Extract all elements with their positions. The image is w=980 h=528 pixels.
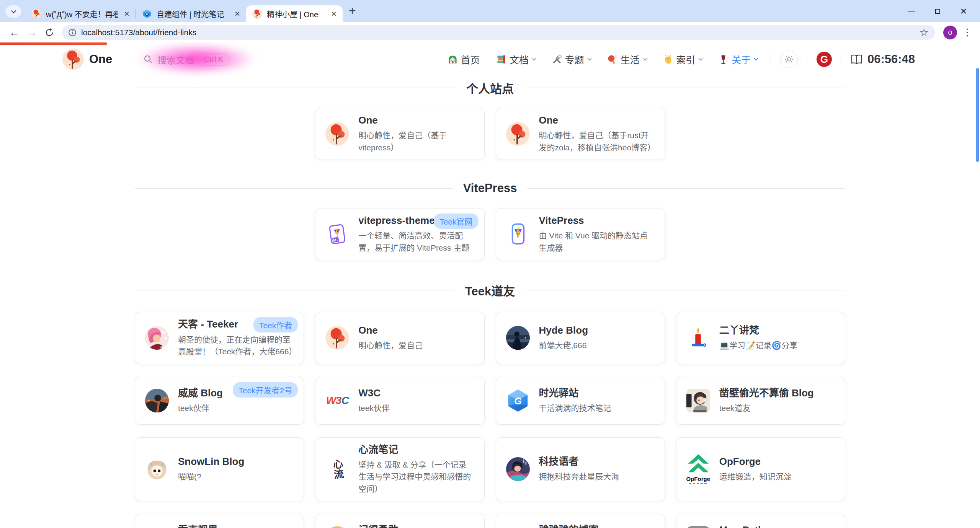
friend-card[interactable]: G 时光驿站 干活满满的技术笔记 [496,377,665,425]
friend-title: MaraPython [719,524,835,528]
friend-desc: 明心静性，爱自己（基于vitepress） [358,129,474,153]
friend-card[interactable]: Hyde Blog 前端大佬,666 [496,312,665,364]
search-button[interactable]: 搜索文档 Ctrl K [144,53,229,66]
friend-avatar [325,122,349,146]
browser-menu-button[interactable]: ⋮ [962,26,972,38]
minimize-icon [908,11,915,11]
page-loading-bar [0,42,107,45]
friend-avatar [325,326,349,350]
friend-card[interactable]: 记得勇敢 常用组件及代码封装 [315,514,484,528]
close-window-button[interactable]: × [956,4,971,18]
friend-desc: 喵喵(? [178,471,294,483]
friend-avatar: W3C [325,389,349,412]
friend-desc: 朝圣的使徒，正在走向编程的至高殿堂！（Teek作者，大佬666） [178,334,294,358]
book-icon [851,54,863,65]
friend-card[interactable]: M MaraPython 行而不辍，未来可期 [676,514,845,528]
navbar-right-cluster: G 06:56:48 [771,51,915,68]
friend-desc: 运维锻造，知识沉淀 [719,471,835,483]
theme-toggle-button[interactable] [780,51,798,68]
close-icon: × [960,5,967,17]
svg-text:G: G [514,396,522,406]
friend-card[interactable]: One 明心静性，爱自己 [315,312,484,364]
friend-card[interactable]: 威威 Blog teek伙伴 Teek开发者2号 [135,377,304,425]
nav-item-label: 首页 [461,52,480,66]
restore-button[interactable] [930,4,945,18]
scrollbar [975,42,980,528]
friend-title: 心流笔记 [358,444,474,456]
friend-card[interactable]: 心流 心流笔记 坚持 & 汲取 & 分享（一个记录生活与学习过程中灵感和感悟的空… [315,437,484,502]
friend-title: 记得勇敢 [358,524,474,528]
nav-item[interactable]: 关于 [718,52,758,66]
friend-card[interactable]: VitePress 由 Vite 和 Vue 驱动的静态站点生成器 [496,208,665,260]
section: Teek道友 天客 - Teeker 朝圣的使徒，正在走向编程的至高殿堂！（Te… [135,282,845,528]
friend-avatar [506,457,530,481]
friend-card[interactable]: 科技语者 拥抱科技奔赴星辰大海 [496,437,665,502]
tab-close-button[interactable]: × [330,9,338,18]
content: 个人站点 One 明心静性，爱自己（基于vitepress） One 明心静性，… [135,79,845,528]
nav-item[interactable]: 生活 [607,52,647,66]
friend-card[interactable]: 凿壁偷光不算偷 Blog teek道友 [676,377,845,425]
friend-avatar: G [506,389,530,412]
clock-time: 06:56:48 [867,52,915,66]
friend-card[interactable]: SnowLin Blog 喵喵(? [135,437,304,502]
profile-avatar[interactable]: o [943,26,957,39]
reload-icon [44,28,54,37]
tab-title: 自建组件 | 时光笔记 [157,8,229,20]
nav-item[interactable]: 专题 [552,52,591,66]
friend-card[interactable]: 乔克视界 云原生爱好者 [135,514,304,528]
gitee-icon: G [820,54,828,65]
friend-desc: 一个轻量、简洁高效、灵活配置，易于扩展的 VitePress 主题 [358,230,474,254]
nav-menu: 首页 文档 专题 生活 索引 关于 [448,52,758,66]
friend-title: 时光驿站 [539,387,655,399]
friend-title: OpForge [719,456,835,468]
friend-card[interactable]: 二丫讲梵 💻学习📝记录🌀分享 [676,312,845,364]
minimize-button[interactable] [904,4,919,18]
tab-close-button[interactable]: × [122,9,131,18]
friend-desc: 前端大佬,666 [539,339,655,352]
tab[interactable]: K 自建组件 | 时光笔记 × [136,5,246,22]
gitee-link[interactable]: G [817,52,832,67]
chevron-down-icon [532,56,536,60]
toolbar: ← → localhost:5173/about/friend-links ☆ … [0,22,980,42]
clock: 06:56:48 [851,52,915,66]
tab[interactable]: w(˚Д˚)w 不要走！再看看嘛！ × [25,5,136,22]
nav-item[interactable]: 首页 [448,52,480,66]
url-text: localhost:5173/about/friend-links [81,28,915,37]
site-logo[interactable]: One [62,49,112,70]
friend-avatar [145,526,169,528]
friend-card[interactable]: M↓ vitepress-theme-teek 一个轻量、简洁高效、灵活配置，易… [315,208,484,260]
scrollbar-thumb[interactable] [976,68,979,162]
back-button[interactable]: ← [6,24,22,41]
friend-title: One [358,114,474,126]
friend-card-body: SnowLin Blog 喵喵(? [178,456,294,483]
nav-item[interactable]: 文档 [496,52,536,66]
friend-card-body: 时光驿站 干活满满的技术笔记 [539,387,655,414]
friend-title: One [539,114,655,126]
friend-card[interactable]: W3C W3C teek伙伴 [315,377,484,425]
nav-item[interactable]: 索引 [663,52,702,66]
new-tab-button[interactable]: + [349,5,356,17]
friend-title: 科技语者 [539,456,655,468]
cards-grid: One 明心静性，爱自己（基于vitepress） One 明心静性，爱自己（基… [135,108,845,160]
section: VitePress M↓ vitepress-theme-teek 一个轻量、简… [135,181,845,260]
friend-card[interactable]: 骏骏骏的博客 后端程序员 [496,514,665,528]
bookmark-star-button[interactable]: ☆ [920,26,929,39]
nav-item-icon [496,54,506,65]
forward-button[interactable]: → [24,24,40,41]
tab-search-button[interactable] [5,5,21,18]
friend-card[interactable]: OpForge OpForge 运维锻造，知识沉淀 [676,437,845,502]
friend-card[interactable]: One 明心静性，爱自己（基于vitepress） [315,108,484,160]
tab[interactable]: 精神小屋 | One × [246,5,343,22]
nav-item-label: 文档 [510,52,529,66]
divider-line [524,88,845,88]
friend-desc: teek道友 [719,402,835,414]
friend-desc: teek伙伴 [178,402,294,414]
reload-button[interactable] [41,24,57,41]
friend-card-body: One 明心静性，爱自己 [358,324,474,352]
svg-text:K: K [146,13,148,16]
friend-card[interactable]: 天客 - Teeker 朝圣的使徒，正在走向编程的至高殿堂！（Teek作者，大佬… [135,312,304,364]
tabs: w(˚Д˚)w 不要走！再看看嘛！ × K 自建组件 | 时光笔记 × 精神小屋… [25,5,343,22]
url-bar[interactable]: localhost:5173/about/friend-links ☆ [62,25,935,40]
friend-card[interactable]: One 明心静性，爱自己（基于rust开发的zola，移植自张洪heo博客） [496,108,665,160]
tab-close-button[interactable]: × [233,9,242,18]
